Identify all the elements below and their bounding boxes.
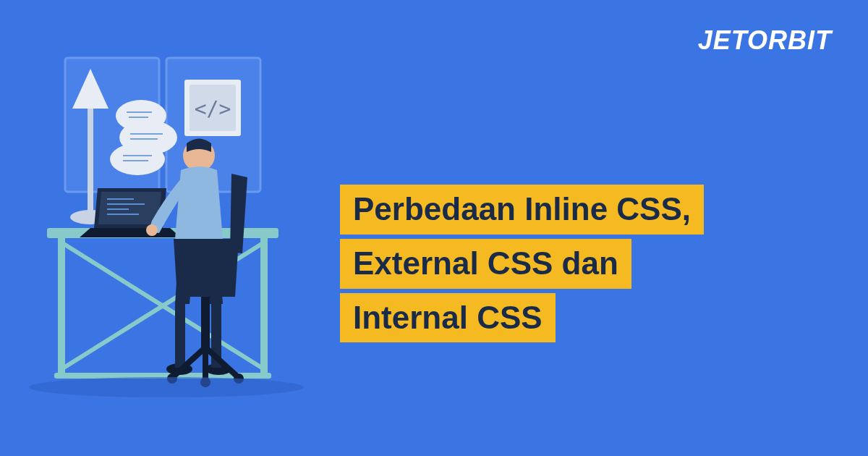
- svg-rect-17: [58, 238, 65, 376]
- svg-text:</>: </>: [195, 97, 231, 121]
- svg-rect-18: [260, 238, 268, 376]
- svg-point-27: [146, 224, 158, 236]
- headline-line-3: Internal CSS: [340, 293, 556, 343]
- svg-rect-5: [88, 109, 93, 214]
- headline-line-2: External CSS dan: [340, 239, 631, 289]
- svg-rect-29: [175, 304, 185, 368]
- svg-point-39: [29, 377, 304, 397]
- developer-illustration: </>: [22, 51, 326, 427]
- headline-block: Perbedaan Inline CSS, External CSS dan I…: [340, 185, 704, 347]
- brand-logo: JETORBIT: [698, 25, 832, 56]
- headline-line-1: Perbedaan Inline CSS,: [340, 185, 704, 235]
- svg-point-9: [110, 143, 165, 175]
- svg-rect-32: [201, 297, 210, 347]
